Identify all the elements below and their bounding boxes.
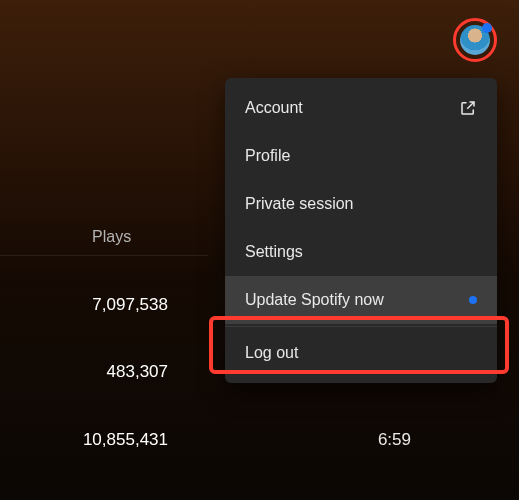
menu-item-label: Account xyxy=(245,99,303,117)
avatar-notification-dot xyxy=(482,23,492,33)
user-menu: Account Profile Private session Settings… xyxy=(225,78,497,383)
menu-item-profile[interactable]: Profile xyxy=(225,132,497,180)
column-header-plays: Plays xyxy=(92,228,131,246)
track-duration: 6:59 xyxy=(378,430,411,450)
menu-item-label: Private session xyxy=(245,195,354,213)
menu-item-label: Profile xyxy=(245,147,290,165)
play-count-value: 10,855,431 xyxy=(48,430,168,450)
menu-item-label: Settings xyxy=(245,243,303,261)
menu-item-account[interactable]: Account xyxy=(225,84,497,132)
table-header-divider xyxy=(0,255,208,256)
menu-divider xyxy=(225,326,497,327)
avatar[interactable] xyxy=(460,25,490,55)
menu-item-logout[interactable]: Log out xyxy=(225,329,497,377)
menu-item-update-spotify[interactable]: Update Spotify now xyxy=(225,276,497,324)
menu-item-private-session[interactable]: Private session xyxy=(225,180,497,228)
avatar-highlight-ring xyxy=(453,18,497,62)
menu-item-settings[interactable]: Settings xyxy=(225,228,497,276)
update-indicator-dot xyxy=(469,296,477,304)
menu-item-label: Update Spotify now xyxy=(245,291,384,309)
play-count-value: 483,307 xyxy=(48,362,168,382)
play-count-value: 7,097,538 xyxy=(48,295,168,315)
external-link-icon xyxy=(459,99,477,117)
menu-item-label: Log out xyxy=(245,344,298,362)
